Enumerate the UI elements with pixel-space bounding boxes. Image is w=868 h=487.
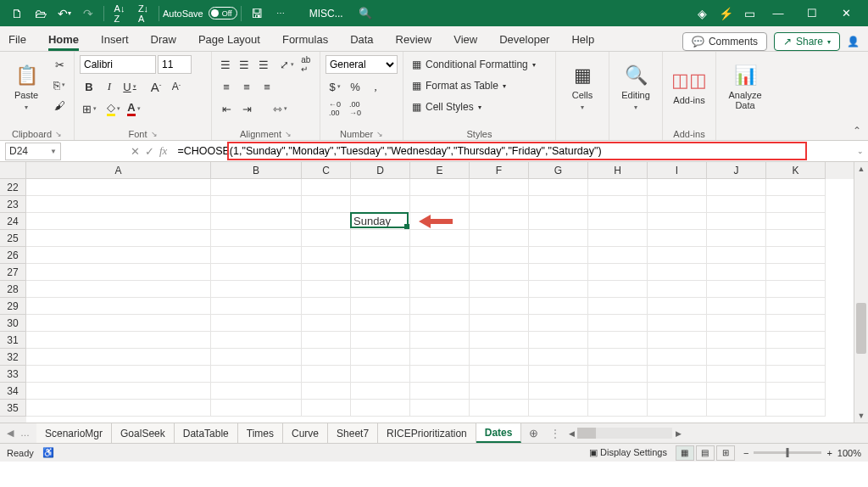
zoom-slider[interactable] <box>754 451 821 454</box>
analyze-data-button[interactable]: 📊Analyze Data <box>721 55 769 120</box>
font-name-input[interactable] <box>80 55 156 74</box>
column-headers[interactable]: ABCDEFGHIJK <box>26 162 854 179</box>
sheet-tab-scenariomgr[interactable]: ScenarioMgr <box>36 423 112 443</box>
cell-F29[interactable] <box>470 298 529 315</box>
comma-button[interactable]: , <box>366 77 385 96</box>
sheet-tab-riceprioritization[interactable]: RICEPrioritization <box>378 423 476 443</box>
cell-B28[interactable] <box>211 281 302 298</box>
cell-H31[interactable] <box>588 332 648 349</box>
row-headers[interactable]: 2223242526272829303132333435 <box>0 179 26 423</box>
cell-styles-button[interactable]: ▦Cell Styles▾ <box>409 98 550 116</box>
normal-view-icon[interactable]: ▦ <box>676 445 694 461</box>
cell-D22[interactable] <box>351 179 410 196</box>
conditional-formatting-button[interactable]: ▦Conditional Formatting▾ <box>409 55 550 74</box>
hscroll-left-icon[interactable]: ◀ <box>565 429 577 438</box>
orientation-icon[interactable]: ⤢▾ <box>278 55 295 74</box>
sheet-tabs-scroll-handle[interactable]: ⋮ <box>545 428 565 439</box>
cell-F32[interactable] <box>470 349 529 366</box>
cell-H30[interactable] <box>588 315 648 332</box>
cell-G27[interactable] <box>529 264 588 281</box>
decrease-decimal-icon[interactable]: .00→0 <box>346 99 364 118</box>
cell-I34[interactable] <box>648 383 707 400</box>
cell-D30[interactable] <box>351 315 410 332</box>
cell-B27[interactable] <box>211 264 302 281</box>
cell-A24[interactable] <box>26 213 211 230</box>
row-header-29[interactable]: 29 <box>0 298 26 315</box>
save-icon[interactable]: 🖫 <box>245 3 269 24</box>
cell-G35[interactable] <box>529 400 588 417</box>
cell-C28[interactable] <box>302 281 351 298</box>
comments-button[interactable]: 💬Comments <box>682 32 767 51</box>
cell-D25[interactable] <box>351 230 410 247</box>
cell-B26[interactable] <box>211 247 302 264</box>
cell-B22[interactable] <box>211 179 302 196</box>
tab-help[interactable]: Help <box>571 28 594 51</box>
sheet-nav-more-icon[interactable]: … <box>20 428 30 439</box>
cell-B25[interactable] <box>211 230 302 247</box>
cell-G32[interactable] <box>529 349 588 366</box>
cell-K26[interactable] <box>766 247 826 264</box>
col-header-D[interactable]: D <box>351 162 410 179</box>
user-icon[interactable]: 👤 <box>847 36 860 48</box>
col-header-H[interactable]: H <box>588 162 648 179</box>
cell-H32[interactable] <box>588 349 648 366</box>
shrink-font-button[interactable]: Aˇ <box>167 77 186 96</box>
align-right-icon[interactable]: ≡ <box>258 77 276 96</box>
cell-C23[interactable] <box>302 196 351 213</box>
cell-H26[interactable] <box>588 247 648 264</box>
cell-H24[interactable] <box>588 213 648 230</box>
expand-formula-icon[interactable]: ⌄ <box>853 147 868 155</box>
scroll-thumb[interactable] <box>856 303 866 354</box>
cell-F27[interactable] <box>470 264 529 281</box>
format-painter-icon[interactable]: 🖌 <box>50 96 69 115</box>
cell-B31[interactable] <box>211 332 302 349</box>
cell-D33[interactable] <box>351 366 410 383</box>
cell-I31[interactable] <box>648 332 707 349</box>
cell-J29[interactable] <box>707 298 766 315</box>
scroll-up-icon[interactable]: ▲ <box>854 162 868 176</box>
row-header-24[interactable]: 24 <box>0 213 26 230</box>
decrease-indent-icon[interactable]: ⇤ <box>217 99 236 118</box>
row-header-30[interactable]: 30 <box>0 315 26 332</box>
cell-K34[interactable] <box>766 383 826 400</box>
bold-button[interactable]: B <box>80 77 98 96</box>
cell-J23[interactable] <box>707 196 766 213</box>
vertical-scrollbar[interactable]: ▲ ▼ <box>854 162 868 423</box>
tab-review[interactable]: Review <box>396 28 432 51</box>
cell-A29[interactable] <box>26 298 211 315</box>
cell-G34[interactable] <box>529 383 588 400</box>
zoom-in-button[interactable]: + <box>826 448 832 458</box>
tab-data[interactable]: Data <box>350 28 373 51</box>
font-size-input[interactable] <box>158 55 192 74</box>
cell-G22[interactable] <box>529 179 588 196</box>
zoom-level[interactable]: 100% <box>837 448 861 458</box>
redo-icon[interactable]: ↷ <box>76 3 100 24</box>
cell-E26[interactable] <box>410 247 470 264</box>
cell-E25[interactable] <box>410 230 470 247</box>
cell-G23[interactable] <box>529 196 588 213</box>
cell-D34[interactable] <box>351 383 410 400</box>
grid[interactable]: ABCDEFGHIJK 2223242526272829303132333435… <box>0 162 868 423</box>
cell-E28[interactable] <box>410 281 470 298</box>
cell-C25[interactable] <box>302 230 351 247</box>
close-button[interactable]: ✕ <box>829 0 863 26</box>
cell-I23[interactable] <box>648 196 707 213</box>
new-file-icon[interactable]: 🗋 <box>5 3 29 24</box>
row-header-32[interactable]: 32 <box>0 349 26 366</box>
tab-view[interactable]: View <box>453 28 477 51</box>
cell-E29[interactable] <box>410 298 470 315</box>
ribbon-mode-icon[interactable]: ▭ <box>737 3 761 24</box>
sheet-tab-dates[interactable]: Dates <box>476 423 522 443</box>
sort-asc-icon[interactable]: A↓Z <box>108 3 131 24</box>
cell-J25[interactable] <box>707 230 766 247</box>
cell-I26[interactable] <box>648 247 707 264</box>
cell-A34[interactable] <box>26 383 211 400</box>
cell-I33[interactable] <box>648 366 707 383</box>
cell-A25[interactable] <box>26 230 211 247</box>
cell-K23[interactable] <box>766 196 826 213</box>
cell-J22[interactable] <box>707 179 766 196</box>
cell-I22[interactable] <box>648 179 707 196</box>
col-header-E[interactable]: E <box>410 162 470 179</box>
number-format-select[interactable]: General <box>326 55 398 74</box>
row-header-26[interactable]: 26 <box>0 247 26 264</box>
